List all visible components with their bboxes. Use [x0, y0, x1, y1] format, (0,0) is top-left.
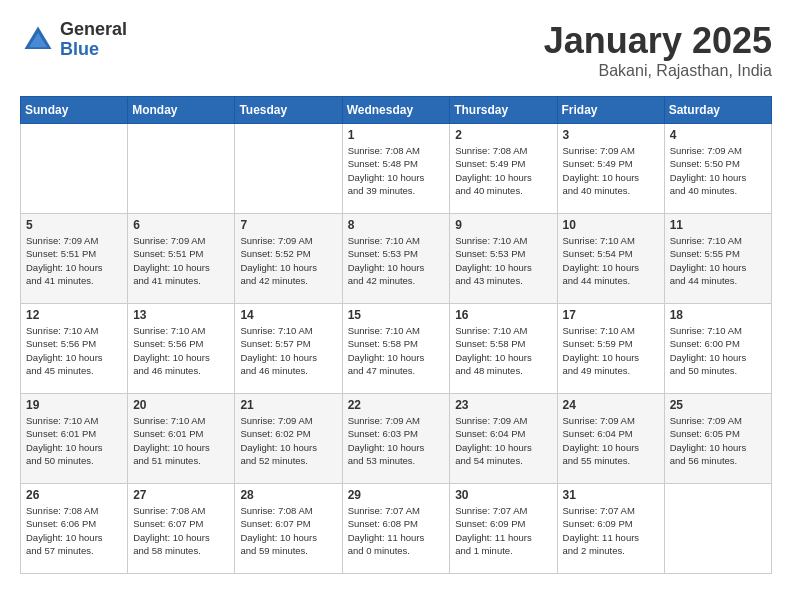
calendar-cell: 23Sunrise: 7:09 AM Sunset: 6:04 PM Dayli… — [450, 394, 557, 484]
page-header: General Blue January 2025 Bakani, Rajast… — [20, 20, 772, 80]
day-info: Sunrise: 7:07 AM Sunset: 6:09 PM Dayligh… — [455, 504, 551, 557]
day-info: Sunrise: 7:10 AM Sunset: 5:57 PM Dayligh… — [240, 324, 336, 377]
calendar-cell: 25Sunrise: 7:09 AM Sunset: 6:05 PM Dayli… — [664, 394, 771, 484]
day-number: 13 — [133, 308, 229, 322]
day-info: Sunrise: 7:10 AM Sunset: 5:56 PM Dayligh… — [133, 324, 229, 377]
day-number: 27 — [133, 488, 229, 502]
calendar-header-saturday: Saturday — [664, 97, 771, 124]
calendar-cell: 22Sunrise: 7:09 AM Sunset: 6:03 PM Dayli… — [342, 394, 450, 484]
day-number: 23 — [455, 398, 551, 412]
day-info: Sunrise: 7:08 AM Sunset: 6:07 PM Dayligh… — [133, 504, 229, 557]
day-info: Sunrise: 7:10 AM Sunset: 5:53 PM Dayligh… — [348, 234, 445, 287]
calendar-cell: 16Sunrise: 7:10 AM Sunset: 5:58 PM Dayli… — [450, 304, 557, 394]
calendar-cell: 24Sunrise: 7:09 AM Sunset: 6:04 PM Dayli… — [557, 394, 664, 484]
calendar-cell: 18Sunrise: 7:10 AM Sunset: 6:00 PM Dayli… — [664, 304, 771, 394]
day-number: 11 — [670, 218, 766, 232]
day-number: 20 — [133, 398, 229, 412]
logo-text: General Blue — [60, 20, 127, 60]
day-info: Sunrise: 7:08 AM Sunset: 6:06 PM Dayligh… — [26, 504, 122, 557]
calendar-header-thursday: Thursday — [450, 97, 557, 124]
day-info: Sunrise: 7:09 AM Sunset: 5:49 PM Dayligh… — [563, 144, 659, 197]
calendar-cell: 15Sunrise: 7:10 AM Sunset: 5:58 PM Dayli… — [342, 304, 450, 394]
day-number: 25 — [670, 398, 766, 412]
logo: General Blue — [20, 20, 127, 60]
day-number: 24 — [563, 398, 659, 412]
calendar-week-row: 26Sunrise: 7:08 AM Sunset: 6:06 PM Dayli… — [21, 484, 772, 574]
calendar-cell: 12Sunrise: 7:10 AM Sunset: 5:56 PM Dayli… — [21, 304, 128, 394]
day-info: Sunrise: 7:10 AM Sunset: 5:55 PM Dayligh… — [670, 234, 766, 287]
calendar-cell: 11Sunrise: 7:10 AM Sunset: 5:55 PM Dayli… — [664, 214, 771, 304]
day-number: 10 — [563, 218, 659, 232]
day-info: Sunrise: 7:10 AM Sunset: 5:59 PM Dayligh… — [563, 324, 659, 377]
calendar-cell — [664, 484, 771, 574]
calendar-header-sunday: Sunday — [21, 97, 128, 124]
day-number: 9 — [455, 218, 551, 232]
day-number: 16 — [455, 308, 551, 322]
calendar-table: SundayMondayTuesdayWednesdayThursdayFrid… — [20, 96, 772, 574]
day-info: Sunrise: 7:07 AM Sunset: 6:08 PM Dayligh… — [348, 504, 445, 557]
calendar-cell: 8Sunrise: 7:10 AM Sunset: 5:53 PM Daylig… — [342, 214, 450, 304]
calendar-cell: 30Sunrise: 7:07 AM Sunset: 6:09 PM Dayli… — [450, 484, 557, 574]
calendar-cell: 17Sunrise: 7:10 AM Sunset: 5:59 PM Dayli… — [557, 304, 664, 394]
calendar-cell — [21, 124, 128, 214]
calendar-header-row: SundayMondayTuesdayWednesdayThursdayFrid… — [21, 97, 772, 124]
calendar-cell: 7Sunrise: 7:09 AM Sunset: 5:52 PM Daylig… — [235, 214, 342, 304]
calendar-cell: 28Sunrise: 7:08 AM Sunset: 6:07 PM Dayli… — [235, 484, 342, 574]
day-info: Sunrise: 7:08 AM Sunset: 5:49 PM Dayligh… — [455, 144, 551, 197]
calendar-cell — [235, 124, 342, 214]
day-number: 21 — [240, 398, 336, 412]
logo-general: General — [60, 20, 127, 40]
calendar-cell: 27Sunrise: 7:08 AM Sunset: 6:07 PM Dayli… — [128, 484, 235, 574]
day-info: Sunrise: 7:09 AM Sunset: 6:02 PM Dayligh… — [240, 414, 336, 467]
calendar-cell: 26Sunrise: 7:08 AM Sunset: 6:06 PM Dayli… — [21, 484, 128, 574]
calendar-cell: 14Sunrise: 7:10 AM Sunset: 5:57 PM Dayli… — [235, 304, 342, 394]
day-info: Sunrise: 7:09 AM Sunset: 6:04 PM Dayligh… — [455, 414, 551, 467]
day-info: Sunrise: 7:09 AM Sunset: 5:51 PM Dayligh… — [26, 234, 122, 287]
day-number: 8 — [348, 218, 445, 232]
day-info: Sunrise: 7:10 AM Sunset: 6:01 PM Dayligh… — [133, 414, 229, 467]
month-title: January 2025 — [544, 20, 772, 62]
calendar-week-row: 19Sunrise: 7:10 AM Sunset: 6:01 PM Dayli… — [21, 394, 772, 484]
calendar-cell: 5Sunrise: 7:09 AM Sunset: 5:51 PM Daylig… — [21, 214, 128, 304]
day-number: 17 — [563, 308, 659, 322]
calendar-cell: 6Sunrise: 7:09 AM Sunset: 5:51 PM Daylig… — [128, 214, 235, 304]
day-number: 19 — [26, 398, 122, 412]
day-number: 29 — [348, 488, 445, 502]
day-number: 30 — [455, 488, 551, 502]
day-number: 26 — [26, 488, 122, 502]
day-info: Sunrise: 7:07 AM Sunset: 6:09 PM Dayligh… — [563, 504, 659, 557]
day-number: 31 — [563, 488, 659, 502]
day-number: 22 — [348, 398, 445, 412]
day-number: 14 — [240, 308, 336, 322]
calendar-cell: 2Sunrise: 7:08 AM Sunset: 5:49 PM Daylig… — [450, 124, 557, 214]
day-info: Sunrise: 7:10 AM Sunset: 5:53 PM Dayligh… — [455, 234, 551, 287]
day-number: 6 — [133, 218, 229, 232]
calendar-header-friday: Friday — [557, 97, 664, 124]
calendar-cell: 31Sunrise: 7:07 AM Sunset: 6:09 PM Dayli… — [557, 484, 664, 574]
calendar-header-wednesday: Wednesday — [342, 97, 450, 124]
calendar-cell: 13Sunrise: 7:10 AM Sunset: 5:56 PM Dayli… — [128, 304, 235, 394]
calendar-cell: 20Sunrise: 7:10 AM Sunset: 6:01 PM Dayli… — [128, 394, 235, 484]
day-info: Sunrise: 7:08 AM Sunset: 5:48 PM Dayligh… — [348, 144, 445, 197]
day-number: 15 — [348, 308, 445, 322]
day-info: Sunrise: 7:08 AM Sunset: 6:07 PM Dayligh… — [240, 504, 336, 557]
day-info: Sunrise: 7:10 AM Sunset: 5:56 PM Dayligh… — [26, 324, 122, 377]
calendar-header-tuesday: Tuesday — [235, 97, 342, 124]
calendar-week-row: 12Sunrise: 7:10 AM Sunset: 5:56 PM Dayli… — [21, 304, 772, 394]
day-number: 7 — [240, 218, 336, 232]
day-number: 2 — [455, 128, 551, 142]
day-number: 4 — [670, 128, 766, 142]
day-number: 28 — [240, 488, 336, 502]
day-info: Sunrise: 7:10 AM Sunset: 6:01 PM Dayligh… — [26, 414, 122, 467]
calendar-header-monday: Monday — [128, 97, 235, 124]
day-number: 18 — [670, 308, 766, 322]
calendar-cell: 10Sunrise: 7:10 AM Sunset: 5:54 PM Dayli… — [557, 214, 664, 304]
calendar-week-row: 1Sunrise: 7:08 AM Sunset: 5:48 PM Daylig… — [21, 124, 772, 214]
logo-icon — [20, 22, 56, 58]
day-info: Sunrise: 7:09 AM Sunset: 6:04 PM Dayligh… — [563, 414, 659, 467]
day-number: 5 — [26, 218, 122, 232]
day-info: Sunrise: 7:09 AM Sunset: 6:05 PM Dayligh… — [670, 414, 766, 467]
calendar-week-row: 5Sunrise: 7:09 AM Sunset: 5:51 PM Daylig… — [21, 214, 772, 304]
day-info: Sunrise: 7:09 AM Sunset: 6:03 PM Dayligh… — [348, 414, 445, 467]
day-info: Sunrise: 7:10 AM Sunset: 5:58 PM Dayligh… — [455, 324, 551, 377]
